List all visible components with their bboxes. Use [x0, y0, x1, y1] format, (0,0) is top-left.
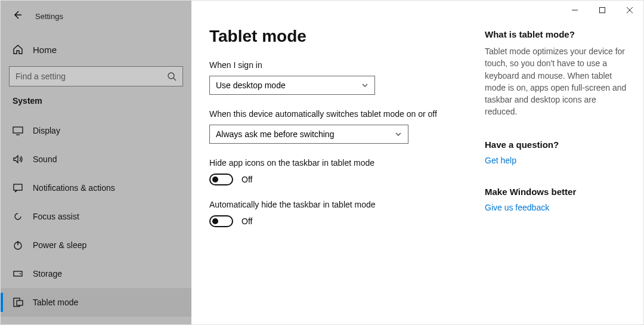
sidebar-item-tablet-mode[interactable]: Tablet mode	[1, 288, 191, 317]
signin-dropdown[interactable]: Use desktop mode	[209, 76, 375, 95]
sidebar-item-storage[interactable]: Storage	[1, 259, 191, 288]
sidebar-item-label: Focus assist	[33, 212, 79, 221]
hide-icons-toggle[interactable]	[209, 174, 233, 185]
sidebar-item-label: Power & sleep	[33, 240, 86, 250]
sidebar-item-label: Tablet mode	[33, 298, 78, 307]
window-title: Settings	[35, 12, 63, 21]
hide-taskbar-state: Off	[242, 216, 252, 226]
aside: What is tablet mode? Tablet mode optimiz…	[478, 27, 627, 324]
hide-icons-state: Off	[242, 175, 252, 184]
sidebar-item-power-sleep[interactable]: Power & sleep	[1, 231, 191, 259]
svg-rect-1	[600, 8, 605, 13]
info-title: What is tablet mode?	[485, 29, 627, 39]
sidebar-item-sound[interactable]: Sound	[1, 145, 191, 174]
svg-rect-7	[13, 127, 23, 133]
back-icon[interactable]	[13, 10, 22, 22]
notifications-icon	[13, 182, 23, 193]
tablet-mode-icon	[13, 297, 23, 308]
chevron-down-icon	[395, 131, 402, 138]
get-help-link[interactable]: Get help	[485, 156, 627, 165]
display-icon	[13, 125, 23, 136]
auto-switch-dropdown[interactable]: Always ask me before switching	[209, 125, 408, 144]
svg-rect-15	[17, 301, 23, 305]
section-system: System	[1, 96, 191, 116]
hide-icons-label: Hide app icons on the taskbar in tablet …	[209, 158, 478, 168]
chevron-down-icon	[361, 82, 369, 89]
sidebar-item-label: Sound	[33, 154, 57, 164]
hide-taskbar-label: Automatically hide the taskbar in tablet…	[209, 200, 478, 209]
svg-rect-9	[14, 184, 22, 190]
page-title: Tablet mode	[209, 27, 478, 46]
focus-assist-icon	[13, 211, 23, 222]
main-content: Tablet mode When I sign in Use desktop m…	[209, 27, 478, 324]
storage-icon	[13, 268, 23, 279]
signin-value: Use desktop mode	[216, 81, 286, 90]
sidebar-item-label: Notifications & actions	[33, 183, 115, 193]
search-input-wrapper[interactable]	[9, 66, 183, 86]
sidebar-item-notifications[interactable]: Notifications & actions	[1, 174, 191, 202]
auto-switch-value: Always ask me before switching	[216, 129, 334, 139]
signin-label: When I sign in	[209, 60, 478, 70]
search-input[interactable]	[16, 72, 167, 81]
sidebar-item-display[interactable]: Display	[1, 116, 191, 145]
sidebar-item-focus-assist[interactable]: Focus assist	[1, 202, 191, 231]
info-body: Tablet mode optimizes your device for to…	[485, 45, 627, 118]
hide-taskbar-toggle[interactable]	[209, 215, 233, 227]
close-button[interactable]	[616, 1, 643, 20]
svg-point-5	[168, 73, 174, 79]
home-icon	[13, 44, 23, 55]
search-icon	[167, 72, 177, 81]
svg-point-13	[20, 273, 21, 274]
sound-icon	[13, 154, 23, 165]
home-label: Home	[33, 45, 57, 55]
auto-switch-label: When this device automatically switches …	[209, 109, 478, 119]
minimize-button[interactable]	[561, 1, 589, 20]
sidebar-home[interactable]: Home	[1, 38, 191, 61]
question-title: Have a question?	[485, 140, 627, 150]
feedback-link[interactable]: Give us feedback	[485, 203, 627, 212]
maximize-button[interactable]	[589, 1, 616, 20]
power-icon	[13, 240, 23, 250]
sidebar-item-label: Storage	[33, 269, 62, 278]
feedback-title: Make Windows better	[485, 187, 627, 197]
sidebar: Settings Home System Display Sound	[1, 1, 191, 324]
svg-line-6	[174, 78, 176, 81]
sidebar-item-label: Display	[33, 126, 60, 135]
